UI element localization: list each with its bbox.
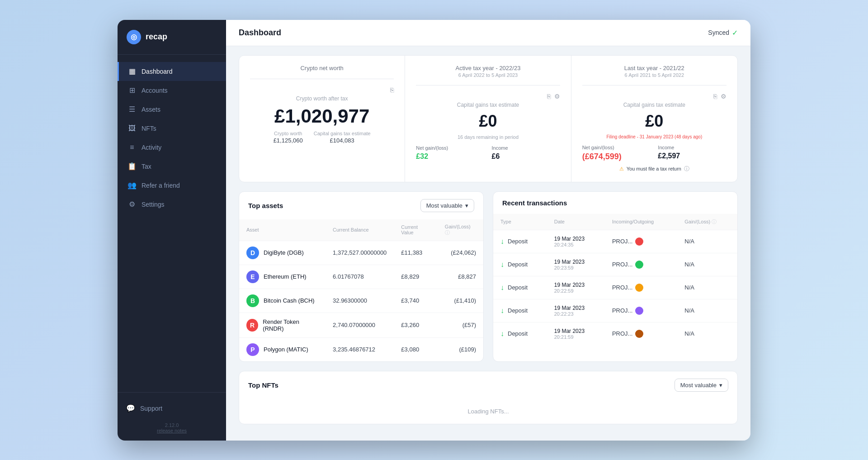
sidebar-item-assets[interactable]: ☰ Assets: [118, 100, 226, 119]
top-assets-header: Top assets Most valuable ▾: [239, 192, 483, 219]
deposit-arrow-icon: ↓: [500, 237, 504, 246]
proj-avatar: [635, 307, 643, 315]
sidebar-item-accounts[interactable]: ⊞ Accounts: [118, 81, 226, 100]
proj-label: PROJ...: [612, 330, 633, 337]
table-row[interactable]: ↓ Deposit 19 Mar 2023 20:21:59 PROJ... N…: [493, 322, 737, 345]
net-worth-title: Crypto net worth: [250, 65, 394, 71]
last-net-gain-value: (£674,599): [582, 152, 651, 161]
tx-incoming: PROJ...: [605, 299, 677, 322]
asset-icon: P: [246, 343, 259, 356]
last-cgt-label: Capital gains tax estimate: [582, 102, 726, 108]
sidebar-item-dashboard[interactable]: ▦ Dashboard: [118, 62, 226, 81]
active-tax-card: Active tax year - 2022/23 6 April 2022 t…: [405, 56, 571, 182]
tx-incoming: PROJ...: [605, 322, 677, 345]
tx-type: Deposit: [508, 330, 528, 337]
tx-incoming: PROJ...: [605, 230, 677, 253]
synced-label: Synced: [708, 29, 729, 36]
sidebar-bottom: 💬 Support 2.12.0 release notes: [118, 392, 226, 441]
table-row[interactable]: ↓ Deposit 19 Mar 2023 20:22:59 PROJ... N…: [493, 276, 737, 299]
table-row[interactable]: B Bitcoin Cash (BCH) 32.96300000 £3,740 …: [239, 289, 483, 313]
sidebar-item-support[interactable]: 💬 Support: [127, 400, 217, 417]
tx-gain: N/A: [677, 276, 737, 299]
copy-icon[interactable]: ⎘: [390, 86, 394, 94]
active-tax-header: Active tax year - 2022/23 6 April 2022 t…: [416, 65, 560, 78]
assets-table: Asset Current Balance Current Value Gain…: [239, 219, 483, 361]
accounts-label: Accounts: [142, 87, 168, 94]
settings-icon: ⚙: [128, 200, 136, 209]
last-net-gain-label: Net gain/(loss): [582, 145, 651, 150]
asset-name: DigiByte (DGB): [264, 249, 304, 256]
net-worth-card: Crypto net worth ⎘ Crypto worth after ta…: [239, 56, 405, 182]
nfts-icon: 🖼: [128, 124, 136, 133]
col-gain: Gain/(Loss) ⓘ: [438, 219, 483, 241]
copy-icon-3[interactable]: ⎘: [713, 93, 717, 100]
deposit-arrow-icon: ↓: [500, 284, 504, 292]
tx-date: 19 Mar 2023 20:22:23: [547, 299, 605, 322]
top-assets-dropdown[interactable]: Most valuable ▾: [420, 199, 474, 212]
tx-type-cell: ↓ Deposit: [493, 230, 547, 253]
support-icon: 💬: [127, 404, 135, 413]
crypto-worth-item: Crypto worth £1,125,060: [274, 131, 303, 144]
sidebar-item-settings[interactable]: ⚙ Settings: [118, 195, 226, 214]
tx-col-incoming: Incoming/Outgoing: [605, 214, 677, 230]
table-row[interactable]: ↓ Deposit 19 Mar 2023 20:22:23 PROJ... N…: [493, 299, 737, 322]
table-row[interactable]: ↓ Deposit 19 Mar 2023 20:24:35 PROJ... N…: [493, 230, 737, 253]
sidebar-item-nfts[interactable]: 🖼 NFTs: [118, 119, 226, 138]
asset-gain: £8,827: [438, 265, 483, 289]
table-row[interactable]: P Polygon (MATIC) 3,235.46876712 £3,080 …: [239, 337, 483, 361]
deposit-arrow-icon: ↓: [500, 330, 504, 338]
summary-row: Crypto net worth ⎘ Crypto worth after ta…: [239, 55, 738, 182]
top-nfts-dropdown[interactable]: Most valuable ▾: [675, 379, 728, 392]
sidebar-item-tax[interactable]: 📋 Tax: [118, 157, 226, 176]
main-content: Dashboard Synced ✓ Crypto net worth ⎘: [226, 20, 750, 441]
asset-name: Ethereum (ETH): [264, 273, 307, 280]
tx-type: Deposit: [508, 284, 528, 291]
last-tax-subtitle: 6 April 2021 to 5 April 2022: [582, 72, 726, 78]
table-row[interactable]: D DigiByte (DGB) 1,372,527.00000000 £11,…: [239, 241, 483, 265]
table-row[interactable]: E Ethereum (ETH) 6.01767078 £8,829 £8,82…: [239, 265, 483, 289]
active-cgt-label: Capital gains tax estimate: [416, 102, 560, 108]
warning-text: You must file a tax return: [627, 166, 681, 171]
dashboard-body: Crypto net worth ⎘ Crypto worth after ta…: [226, 46, 750, 441]
table-row[interactable]: ↓ Deposit 19 Mar 2023 20:23:59 PROJ... N…: [493, 253, 737, 276]
sidebar: ◎ recap ▦ Dashboard ⊞ Accounts ☰ Assets …: [118, 20, 226, 441]
col-balance: Current Balance: [326, 219, 394, 241]
top-nfts-header: Top NFTs Most valuable ▾: [239, 371, 737, 399]
warning-info-icon[interactable]: ⓘ: [684, 165, 689, 173]
tx-incoming: PROJ...: [605, 253, 677, 276]
top-nfts-title: Top NFTs: [248, 381, 278, 389]
warning-icon: ⚠: [619, 166, 624, 172]
tx-type: Deposit: [508, 238, 528, 245]
proj-label: PROJ...: [612, 238, 633, 245]
proj-avatar: [635, 237, 643, 246]
activity-icon: ≡: [128, 143, 136, 152]
last-cgt-value: £0: [582, 112, 726, 131]
deposit-arrow-icon: ↓: [500, 307, 504, 315]
settings-icon[interactable]: ⚙: [554, 93, 560, 100]
active-net-gain-item: Net gain/(loss) £32: [416, 145, 484, 161]
proj-label: PROJ...: [612, 261, 633, 268]
table-row[interactable]: R Render Token (RNDR) 2,740.07000000 £3,…: [239, 313, 483, 337]
asset-name: Polygon (MATIC): [264, 346, 308, 353]
logo-text: recap: [146, 32, 167, 42]
active-net-gain-value: £32: [416, 152, 484, 161]
tax-label: Tax: [142, 163, 151, 170]
dashboard-icon: ▦: [128, 67, 136, 76]
assets-table-container: Asset Current Balance Current Value Gain…: [239, 219, 483, 361]
asset-name-cell: E Ethereum (ETH): [239, 265, 326, 289]
asset-gain: (£57): [438, 313, 483, 337]
topbar: Dashboard Synced ✓: [226, 20, 750, 46]
accounts-icon: ⊞: [128, 86, 136, 95]
tx-col-type: Type: [493, 214, 547, 230]
asset-value: £11,383: [394, 241, 438, 265]
asset-balance: 2,740.07000000: [326, 313, 394, 337]
logo-area: ◎ recap: [118, 20, 226, 55]
sidebar-item-activity[interactable]: ≡ Activity: [118, 138, 226, 157]
settings-icon-2[interactable]: ⚙: [721, 93, 726, 100]
sidebar-item-refer[interactable]: 👥 Refer a friend: [118, 176, 226, 195]
cgt-estimate-label: Capital gains tax estimate: [314, 131, 371, 136]
copy-icon-2[interactable]: ⎘: [547, 93, 551, 100]
page-title: Dashboard: [239, 28, 281, 38]
tax-icon: 📋: [128, 162, 136, 171]
proj-avatar: [635, 330, 643, 338]
